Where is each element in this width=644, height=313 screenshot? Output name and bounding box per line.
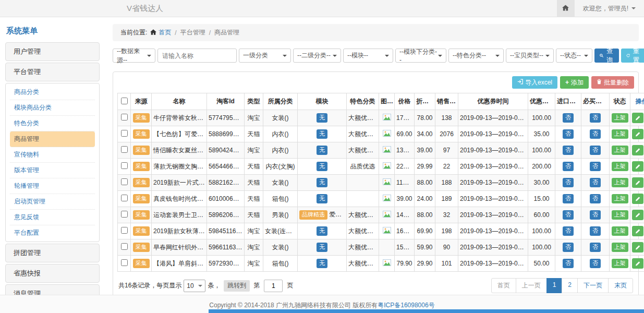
row-checkbox[interactable] — [121, 162, 128, 169]
edit-button[interactable] — [632, 242, 643, 252]
edit-button[interactable] — [632, 177, 643, 188]
status-badge[interactable]: 上架 — [612, 210, 628, 220]
filter-select[interactable]: --模块-- — [343, 49, 393, 63]
pager-button[interactable]: 2 — [562, 278, 578, 293]
sidebar-item[interactable]: 轮播管理 — [10, 178, 95, 194]
sidebar-group[interactable]: 拼团管理 — [5, 244, 100, 262]
status-badge[interactable]: 上架 — [612, 259, 628, 268]
import-select-toggle[interactable]: 否 — [563, 146, 574, 155]
edit-button[interactable] — [632, 161, 643, 172]
must-buy-cell: 否 — [581, 126, 610, 142]
sidebar-group[interactable]: 消息管理 — [5, 284, 100, 295]
import-select-toggle[interactable]: 否 — [563, 243, 574, 252]
source-cell: 采集 — [131, 126, 152, 142]
search-button[interactable]: 查询 — [594, 49, 619, 63]
row-checkbox[interactable] — [121, 146, 128, 153]
batch-delete-button[interactable]: 批量删除 — [591, 76, 634, 89]
pager-button[interactable]: 上一页 — [516, 278, 547, 293]
edit-button[interactable] — [632, 210, 643, 220]
status-badge[interactable]: 上架 — [612, 226, 628, 236]
status-badge[interactable]: 上架 — [612, 113, 628, 123]
add-button[interactable]: + 添加 — [560, 76, 589, 89]
row-checkbox[interactable] — [121, 178, 128, 185]
filter-select[interactable]: --二级分类-- — [293, 49, 341, 63]
pager-button[interactable]: 下一页 — [577, 278, 609, 293]
row-checkbox[interactable] — [121, 243, 128, 250]
status-badge[interactable]: 上架 — [612, 194, 628, 203]
pager-button[interactable]: 1 — [546, 278, 563, 293]
edit-button[interactable] — [632, 129, 643, 139]
filter-select[interactable]: --特色分类-- — [448, 49, 504, 63]
sidebar-item[interactable]: 宣传物料 — [10, 147, 95, 163]
row-checkbox[interactable] — [121, 195, 128, 201]
import-select-toggle[interactable]: 否 — [563, 259, 574, 268]
reset-button[interactable]: 重置 — [621, 49, 644, 63]
import-select-toggle[interactable]: 否 — [563, 129, 574, 139]
sidebar-group[interactable]: 平台管理 — [5, 63, 100, 81]
filter-select[interactable]: --数据来源-- — [113, 49, 155, 63]
filter-select[interactable]: --宝贝类型-- — [506, 49, 554, 63]
status-badge[interactable]: 上架 — [612, 129, 628, 139]
breadcrumb-home-link[interactable]: 首页 — [159, 28, 171, 37]
must-buy-toggle[interactable]: 否 — [590, 194, 601, 203]
must-buy-toggle[interactable]: 否 — [590, 210, 601, 220]
pager-button[interactable]: 首页 — [491, 278, 516, 293]
category-cell: 箱包() — [263, 191, 298, 207]
status-badge[interactable]: 上架 — [612, 146, 628, 155]
must-buy-toggle[interactable]: 否 — [590, 259, 601, 268]
module-badge: 无 — [317, 226, 327, 236]
must-buy-toggle[interactable]: 否 — [590, 146, 601, 155]
import-select-toggle[interactable]: 否 — [563, 162, 574, 171]
import-select-toggle[interactable]: 否 — [563, 226, 574, 236]
import-excel-button[interactable]: 导入excel — [512, 76, 557, 89]
sidebar-item[interactable]: 版本管理 — [10, 163, 95, 178]
icp-link[interactable]: 粤ICP备16098006号 — [378, 302, 434, 309]
must-buy-toggle[interactable]: 否 — [590, 113, 601, 123]
row-checkbox[interactable] — [121, 130, 128, 137]
sidebar-item[interactable]: 启动页管理 — [10, 194, 95, 210]
edit-button[interactable] — [632, 226, 643, 236]
import-select-toggle[interactable]: 否 — [563, 194, 574, 203]
breadcrumb-item-goods[interactable]: 商品管理 — [214, 28, 239, 37]
must-buy-toggle[interactable]: 否 — [590, 178, 601, 187]
must-buy-toggle[interactable]: 否 — [590, 226, 601, 236]
row-checkbox[interactable] — [121, 227, 128, 234]
edit-button[interactable] — [632, 258, 643, 269]
breadcrumb-item-platform[interactable]: 平台管理 — [180, 28, 205, 37]
must-buy-toggle[interactable]: 否 — [590, 162, 601, 171]
jump-button[interactable]: 跳转到 — [224, 280, 250, 292]
sidebar-item[interactable]: 模块商品分类 — [10, 100, 95, 116]
status-badge[interactable]: 上架 — [612, 162, 628, 171]
import-select-toggle[interactable]: 否 — [563, 178, 574, 187]
sidebar-group[interactable]: 省惠快报 — [5, 264, 100, 283]
jump-page-input[interactable] — [264, 280, 283, 292]
must-buy-toggle[interactable]: 否 — [590, 129, 601, 139]
row-checkbox[interactable] — [121, 211, 128, 218]
pager-button[interactable]: 末页 — [608, 278, 633, 293]
sidebar-group[interactable]: 用户管理 — [5, 42, 100, 61]
status-badge[interactable]: 上架 — [612, 178, 628, 187]
home-shortcut[interactable] — [557, 0, 575, 17]
edit-button[interactable] — [632, 145, 643, 155]
filter-select[interactable]: --模块下分类-- — [395, 49, 446, 63]
filter-select[interactable]: 一级分类 — [239, 49, 291, 63]
edit-button[interactable] — [632, 113, 643, 123]
actions-cell — [630, 159, 644, 175]
edit-button[interactable] — [632, 194, 643, 204]
sidebar-item[interactable]: 平台配置 — [10, 225, 95, 240]
filter-select[interactable]: --状态-- — [556, 49, 592, 63]
sidebar-item[interactable]: 商品管理 — [10, 131, 95, 147]
must-buy-toggle[interactable]: 否 — [590, 243, 601, 252]
row-checkbox[interactable] — [121, 259, 128, 266]
name-search-input[interactable] — [157, 49, 237, 63]
sidebar-item[interactable]: 商品分类 — [10, 85, 95, 100]
select-all-checkbox[interactable] — [121, 98, 128, 104]
sidebar-item[interactable]: 意见反馈 — [10, 210, 95, 225]
status-badge[interactable]: 上架 — [612, 243, 628, 252]
sidebar-item[interactable]: 特色分类 — [10, 116, 95, 131]
per-page-select[interactable]: 10 — [184, 280, 205, 292]
import-select-toggle[interactable]: 否 — [563, 113, 574, 123]
row-checkbox[interactable] — [121, 114, 128, 121]
user-menu[interactable]: 欢迎您，管理员! — [575, 0, 644, 17]
import-select-toggle[interactable]: 否 — [563, 210, 574, 220]
